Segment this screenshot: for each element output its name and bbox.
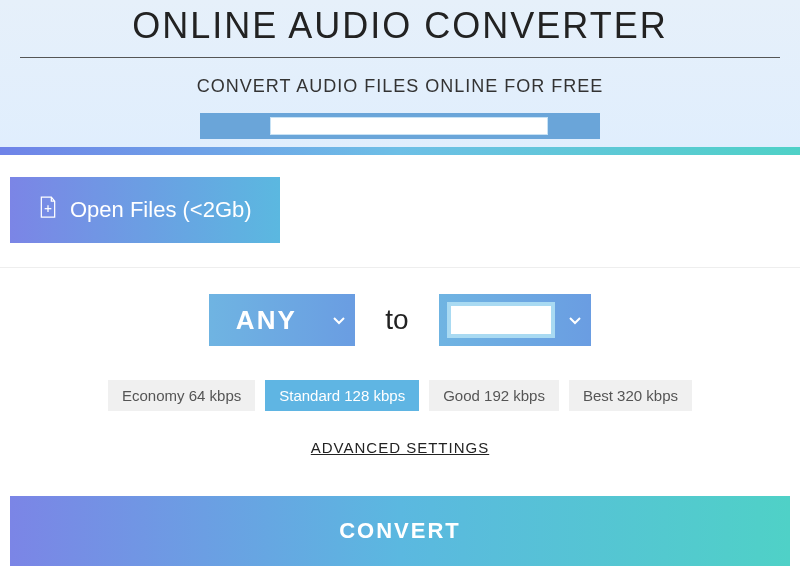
conversion-row: ANY to [0, 294, 800, 346]
open-files-section: Open Files (<2Gb) [0, 155, 800, 268]
page-title: ONLINE AUDIO CONVERTER [0, 5, 800, 47]
to-text: to [385, 304, 408, 336]
page-subtitle: CONVERT AUDIO FILES ONLINE FOR FREE [0, 76, 800, 97]
from-format-label: ANY [209, 305, 323, 336]
title-divider [20, 57, 780, 58]
open-files-label: Open Files (<2Gb) [70, 197, 252, 223]
chevron-down-icon [323, 313, 355, 327]
convert-button[interactable]: CONVERT [10, 496, 790, 566]
quality-good-button[interactable]: Good 192 kbps [429, 380, 559, 411]
advanced-settings-link[interactable]: ADVANCED SETTINGS [0, 439, 800, 456]
search-bar-right [548, 113, 600, 139]
from-format-dropdown[interactable]: ANY [209, 294, 355, 346]
open-files-button[interactable]: Open Files (<2Gb) [10, 177, 280, 243]
convert-section: CONVERT [0, 496, 800, 566]
to-format-dropdown[interactable] [439, 294, 591, 346]
chevron-down-icon [559, 313, 591, 327]
search-bar-left [200, 113, 270, 139]
quality-standard-button[interactable]: Standard 128 kbps [265, 380, 419, 411]
to-format-label [447, 302, 555, 338]
quality-row: Economy 64 kbps Standard 128 kbps Good 1… [0, 380, 800, 411]
file-upload-icon [38, 195, 58, 225]
search-bar-wrap [0, 113, 800, 147]
quality-economy-button[interactable]: Economy 64 kbps [108, 380, 255, 411]
quality-best-button[interactable]: Best 320 kbps [569, 380, 692, 411]
search-bar[interactable] [200, 113, 600, 139]
gradient-divider [0, 147, 800, 155]
header: ONLINE AUDIO CONVERTER CONVERT AUDIO FIL… [0, 0, 800, 147]
search-input[interactable] [270, 117, 548, 135]
